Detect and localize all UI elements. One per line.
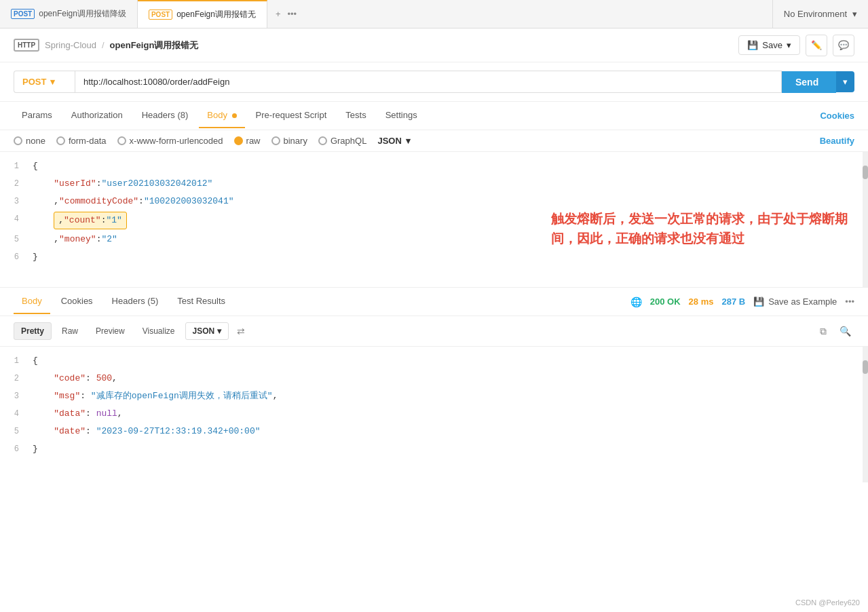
line-content-2: "userId":"user202103032042012" [27, 176, 868, 191]
resp-json-select[interactable]: JSON ▾ [185, 322, 229, 340]
tab-add[interactable]: + ••• [267, 0, 305, 28]
save-example-label: Save as Example [768, 297, 837, 307]
beautify-button[interactable]: Beautify [820, 136, 854, 146]
method-label: POST [22, 77, 46, 87]
body-type-bar: none form-data x-www-form-urlencoded raw… [0, 130, 868, 152]
body-xwww-label: x-www-form-urlencoded [130, 136, 223, 146]
method-select[interactable]: POST ▾ [14, 71, 75, 93]
body-none-label: none [26, 136, 45, 146]
save-button[interactable]: 💾 Save ▾ [738, 35, 800, 55]
request-bar: POST ▾ Send ▾ [0, 62, 868, 102]
editor-line-2: 2 "userId":"user202103032042012" [0, 175, 868, 193]
tab-2[interactable]: POST openFeign调用报错无 [138, 0, 267, 28]
response-tabs-bar: Body Cookies Headers (5) Test Results 🌐 … [0, 288, 868, 316]
resp-raw-button[interactable]: Raw [54, 322, 86, 340]
resp-line-num-6: 6 [0, 442, 27, 457]
resp-wrap-icon[interactable]: ⇄ [231, 322, 250, 341]
line-content-1: { [27, 159, 868, 174]
resp-search-icon[interactable]: 🔍 [835, 322, 854, 341]
resp-pretty-button[interactable]: Pretty [14, 322, 52, 340]
radio-none [14, 136, 22, 145]
breadcrumb-active: openFeign调用报错无 [110, 39, 199, 52]
resp-line-1: 1 { [0, 352, 868, 370]
resp-content-1: { [27, 353, 868, 368]
resp-line-4: 4 "data": null, [0, 405, 868, 423]
body-type-binary[interactable]: binary [271, 136, 307, 146]
more-icon: ••• [288, 9, 297, 19]
resp-more-button[interactable]: ••• [845, 297, 854, 307]
resp-content-4: "data": null, [27, 406, 868, 421]
status-time: 28 ms [689, 297, 714, 307]
send-button[interactable]: Send [782, 71, 836, 93]
resp-tab-test-results[interactable]: Test Results [169, 289, 233, 314]
status-size: 287 B [721, 297, 745, 307]
body-type-none[interactable]: none [14, 136, 45, 146]
line-num-4: 4 [0, 212, 27, 227]
edit-icon-button[interactable]: ✏️ [806, 35, 827, 56]
tab-label-2: openFeign调用报错无 [176, 9, 256, 20]
tab-bar: POST openFeign调用报错降级 POST openFeign调用报错无… [0, 0, 868, 28]
resp-tab-cookies[interactable]: Cookies [53, 289, 101, 314]
line-content-3: ,"commodityCode":"100202003032041" [27, 194, 868, 209]
tab-authorization[interactable]: Authorization [63, 103, 131, 128]
tab-headers[interactable]: Headers (8) [134, 103, 197, 128]
tab-settings[interactable]: Settings [377, 103, 426, 128]
tab-1[interactable]: POST openFeign调用报错降级 [0, 0, 138, 28]
url-input[interactable] [75, 71, 782, 93]
body-dot [232, 113, 237, 118]
resp-content-6: } [27, 442, 868, 457]
tab-params[interactable]: Params [14, 103, 60, 128]
radio-binary [271, 136, 280, 145]
radio-xwww [117, 136, 126, 145]
method-dropdown-icon: ▾ [50, 77, 55, 87]
response-format-bar: Pretty Raw Preview Visualize JSON ▾ ⇄ ⧉ … [0, 316, 868, 347]
line-content-6: } [27, 250, 868, 265]
send-dropdown-button[interactable]: ▾ [836, 71, 854, 92]
plus-icon: + [276, 9, 281, 19]
line-num-2: 2 [0, 176, 27, 191]
resp-json-label: JSON [193, 326, 215, 336]
resp-line-num-1: 1 [0, 353, 27, 368]
save-dropdown-icon[interactable]: ▾ [787, 40, 791, 50]
tab-cookies[interactable]: Cookies [820, 111, 854, 121]
tab-method-2: POST [149, 9, 172, 20]
json-format-chevron: ▾ [406, 136, 411, 146]
annotation-text: 触发熔断后，发送一次正常的请求，由于处于熔断期 间，因此，正确的请求也没有通过 [551, 210, 848, 248]
resp-line-num-3: 3 [0, 389, 27, 404]
env-selector[interactable]: No Environment ▾ [772, 0, 868, 28]
body-type-xwww[interactable]: x-www-form-urlencoded [117, 136, 223, 146]
line-num-3: 3 [0, 194, 27, 209]
editor-scrollbar[interactable] [863, 152, 868, 287]
resp-scrollbar[interactable] [863, 347, 868, 482]
save-icon: 💾 [747, 40, 758, 50]
save-example-icon: 💾 [753, 297, 764, 307]
status-ok: 200 OK [650, 297, 681, 307]
resp-scrollbar-thumb [863, 360, 868, 374]
json-format-select[interactable]: JSON ▾ [377, 136, 410, 146]
body-type-formdata[interactable]: form-data [56, 136, 107, 146]
resp-tab-body[interactable]: Body [14, 289, 50, 314]
request-editor: 1 { 2 "userId":"user202103032042012" 3 ,… [0, 152, 868, 288]
resp-json-chevron: ▾ [217, 326, 221, 336]
tab-body[interactable]: Body [199, 103, 244, 128]
resp-preview-button[interactable]: Preview [88, 322, 132, 340]
resp-line-6: 6 } [0, 440, 868, 458]
body-graphql-label: GraphQL [331, 136, 366, 146]
resp-line-num-2: 2 [0, 371, 27, 386]
comment-icon-button[interactable]: 💬 [833, 35, 854, 56]
json-format-label: JSON [377, 136, 401, 146]
resp-visualize-button[interactable]: Visualize [135, 322, 183, 340]
save-example-button[interactable]: 💾 Save as Example [753, 297, 837, 307]
editor-line-3: 3 ,"commodityCode":"100202003032041" [0, 193, 868, 210]
tab-tests[interactable]: Tests [337, 103, 374, 128]
resp-content-3: "msg": "减库存的openFeign调用失效，请稍后重试", [27, 389, 868, 404]
env-label: No Environment [784, 9, 847, 19]
breadcrumb-root[interactable]: Spring-Cloud [45, 40, 96, 50]
resp-tab-headers[interactable]: Headers (5) [104, 289, 167, 314]
tab-prerequest[interactable]: Pre-request Script [248, 103, 335, 128]
body-type-raw[interactable]: raw [234, 136, 261, 146]
request-tabs-nav: Params Authorization Headers (8) Body Pr… [0, 102, 868, 130]
resp-copy-icon[interactable]: ⧉ [814, 322, 833, 341]
header-actions: 💾 Save ▾ ✏️ 💬 [738, 35, 854, 56]
body-type-graphql[interactable]: GraphQL [318, 136, 366, 146]
